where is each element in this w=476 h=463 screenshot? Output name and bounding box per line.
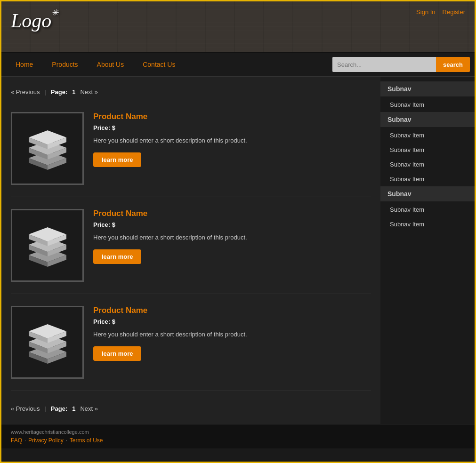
footer-links: FAQ · Privacy Policy · Terms of Use (11, 437, 465, 444)
navbar: Home Products About Us Contact Us search (1, 53, 475, 77)
footer-terms[interactable]: Terms of Use (70, 437, 103, 444)
logo-star: ✳ (51, 8, 58, 17)
search-input[interactable] (332, 57, 436, 72)
main-wrapper: « Previous | Page: 1 Next » (1, 77, 475, 424)
product-icon-1 (19, 120, 76, 177)
product-icon-2 (19, 217, 76, 274)
product-card-3: Product Name Price: $ Here you should en… (11, 294, 371, 391)
page-num-bottom: 1 (72, 405, 75, 412)
product-name-3: Product Name (93, 306, 371, 315)
prev-page-top[interactable]: « Previous (11, 88, 40, 96)
footer-faq[interactable]: FAQ (11, 437, 22, 444)
auth-links: Sign In Register (416, 8, 465, 16)
nav-item-home[interactable]: Home (6, 53, 42, 76)
product-name-2: Product Name (93, 209, 371, 218)
subnav-item-3-1[interactable]: Subnav Item (380, 202, 475, 217)
prev-page-bottom[interactable]: « Previous (11, 405, 40, 412)
header-right: Sign In Register (416, 6, 465, 18)
nav-item-contact[interactable]: Contact Us (133, 53, 185, 76)
product-image-2 (11, 209, 84, 282)
product-desc-3: Here you should enter a short descriptio… (93, 330, 371, 339)
product-price-3: Price: $ (93, 318, 371, 325)
product-card-1: Product Name Price: $ Here you should en… (11, 100, 371, 197)
logo-area: Logo✳ (11, 6, 416, 31)
subnav-item-3-2[interactable]: Subnav Item (380, 217, 475, 232)
product-info-2: Product Name Price: $ Here you should en… (93, 209, 371, 282)
product-price-2: Price: $ (93, 221, 371, 228)
search-area: search (332, 57, 470, 72)
product-name-1: Product Name (93, 112, 371, 121)
pagination-top: « Previous | Page: 1 Next » (11, 84, 371, 100)
learn-more-btn-1[interactable]: learn more (93, 152, 141, 167)
sign-in-link[interactable]: Sign In (416, 8, 435, 16)
footer-url: www.heritagechristiancollege.com (11, 429, 465, 435)
subnav-item-2-2[interactable]: Subnav Item (380, 143, 475, 157)
register-link[interactable]: Register (443, 8, 465, 16)
product-card-2: Product Name Price: $ Here you should en… (11, 197, 371, 294)
subnav-item-2-4[interactable]: Subnav Item (380, 172, 475, 186)
product-desc-1: Here you should enter a short descriptio… (93, 136, 371, 145)
pagination-divider-bottom: | (44, 405, 46, 412)
product-info-1: Product Name Price: $ Here you should en… (93, 112, 371, 185)
product-image-3 (11, 306, 84, 379)
learn-more-btn-3[interactable]: learn more (93, 346, 141, 361)
subnav-item-2-1[interactable]: Subnav Item (380, 128, 475, 143)
subnav-item-1-1[interactable]: Subnav Item (380, 97, 475, 112)
footer-dot-1: · (24, 438, 26, 443)
subnav-header-2: Subnav (380, 112, 475, 127)
nav-links: Home Products About Us Contact Us (6, 53, 332, 76)
product-icon-3 (19, 314, 76, 371)
page-label-top: Page: (51, 88, 67, 96)
subnav-header-3: Subnav (380, 186, 475, 201)
subnav-item-2-3[interactable]: Subnav Item (380, 157, 475, 172)
footer-privacy[interactable]: Privacy Policy (28, 437, 64, 444)
product-price-1: Price: $ (93, 124, 371, 131)
pagination-bottom: « Previous | Page: 1 Next » (11, 400, 371, 417)
sidebar: Subnav Subnav Item Subnav Subnav Item Su… (380, 77, 475, 424)
footer-dot-2: · (66, 438, 67, 443)
nav-item-about[interactable]: About Us (88, 53, 134, 76)
nav-item-products[interactable]: Products (42, 53, 87, 76)
page-num-top: 1 (72, 88, 75, 96)
products-area: « Previous | Page: 1 Next » (1, 77, 380, 424)
header: Logo✳ Sign In Register (1, 1, 475, 53)
next-page-bottom[interactable]: Next » (80, 405, 98, 412)
subnav-header-1: Subnav (380, 81, 475, 96)
logo: Logo✳ (11, 11, 51, 31)
product-image-1 (11, 112, 84, 185)
pagination-divider-top: | (44, 88, 46, 96)
learn-more-btn-2[interactable]: learn more (93, 249, 141, 264)
footer: www.heritagechristiancollege.com FAQ · P… (1, 424, 475, 448)
search-button[interactable]: search (436, 57, 470, 72)
next-page-top[interactable]: Next » (80, 88, 98, 96)
product-info-3: Product Name Price: $ Here you should en… (93, 306, 371, 379)
page-label-bottom: Page: (51, 405, 67, 412)
product-desc-2: Here you should enter a short descriptio… (93, 233, 371, 242)
